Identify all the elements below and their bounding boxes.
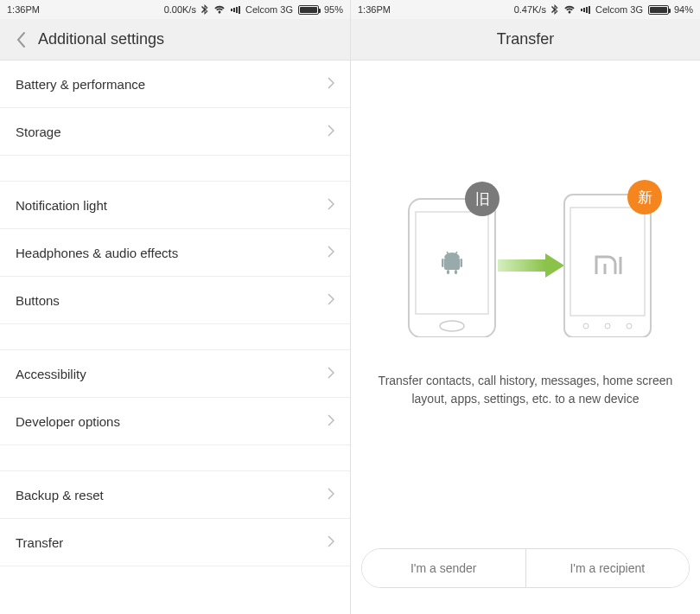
chevron-right-icon [328,293,334,308]
transfer-illustration: 旧 [363,173,688,337]
svg-rect-4 [442,259,444,267]
chevron-right-icon [328,367,334,381]
svg-rect-5 [461,259,463,267]
chevron-right-icon [328,535,334,550]
bluetooth-icon [551,4,558,15]
status-bar: 1:36PM 0.47K/s Celcom 3G 94% [351,0,700,19]
svg-rect-7 [455,270,457,274]
item-developer-options[interactable]: Developer options [0,398,350,445]
item-label: Battery & performance [16,77,145,92]
item-label: Backup & reset [16,488,104,502]
list-separator [0,324,350,350]
chevron-right-icon [328,414,334,429]
header: Additional settings [0,19,350,61]
item-accessibility[interactable]: Accessibility [0,350,350,398]
item-notification-light[interactable]: Notification light [0,182,350,229]
badge-new-text: 新 [638,189,652,206]
screen-additional-settings: 1:36PM 0.00K/s Celcom 3G 95% Additional … [0,0,350,614]
item-battery-performance[interactable]: Battery & performance [0,61,350,108]
page-title: Transfer [351,30,700,48]
item-label: Notification light [16,198,107,213]
svg-point-2 [440,321,464,331]
wifi-icon [213,5,226,14]
status-bar: 1:36PM 0.00K/s Celcom 3G 95% [0,0,350,19]
transfer-role-buttons: I'm a sender I'm a recipient [361,548,690,588]
item-transfer[interactable]: Transfer [0,519,350,566]
settings-list: Battery & performance Storage Notificati… [0,61,350,614]
item-storage[interactable]: Storage [0,108,350,156]
status-carrier: Celcom 3G [595,4,643,15]
svg-marker-12 [545,253,564,278]
item-label: Developer options [16,414,120,429]
svg-rect-11 [498,259,545,272]
svg-point-17 [627,323,632,329]
item-label: Headphones & audio effects [16,246,178,260]
svg-rect-6 [447,270,449,274]
header: Transfer [351,19,700,61]
list-separator [0,156,350,182]
bluetooth-icon [201,4,208,15]
screen-transfer: 1:36PM 0.47K/s Celcom 3G 94% Transfer [350,0,700,614]
item-label: Transfer [16,535,63,550]
status-time: 1:36PM [358,4,391,15]
item-label: Storage [16,125,61,139]
back-button[interactable] [10,29,31,50]
sender-button[interactable]: I'm a sender [362,549,525,587]
list-separator [0,445,350,471]
status-battery-pct: 95% [324,4,343,15]
svg-point-16 [605,323,610,329]
chevron-right-icon [328,77,334,92]
chevron-right-icon [328,125,334,139]
item-backup-reset[interactable]: Backup & reset [0,471,350,519]
status-speed: 0.47K/s [514,4,546,15]
recipient-button[interactable]: I'm a recipient [525,549,690,587]
chevron-right-icon [328,246,334,260]
badge-old-text: 旧 [475,191,490,208]
battery-icon [298,5,319,15]
battery-icon [648,5,669,15]
item-buttons[interactable]: Buttons [0,277,350,324]
item-label: Buttons [16,293,60,308]
signal-icon [581,6,590,14]
status-time: 1:36PM [7,4,40,15]
item-label: Accessibility [16,367,86,381]
transfer-body: 旧 [351,61,700,548]
svg-point-15 [583,323,589,329]
transfer-description: Transfer contacts, call history, message… [363,372,688,408]
status-carrier: Celcom 3G [245,4,293,15]
svg-rect-14 [570,208,645,316]
signal-icon [231,6,240,14]
chevron-right-icon [328,488,334,502]
status-battery-pct: 94% [674,4,693,15]
item-headphones-audio[interactable]: Headphones & audio effects [0,229,350,277]
status-speed: 0.00K/s [164,4,196,15]
chevron-right-icon [328,198,334,213]
wifi-icon [563,5,576,14]
svg-rect-3 [444,258,460,270]
page-title: Additional settings [38,30,164,48]
